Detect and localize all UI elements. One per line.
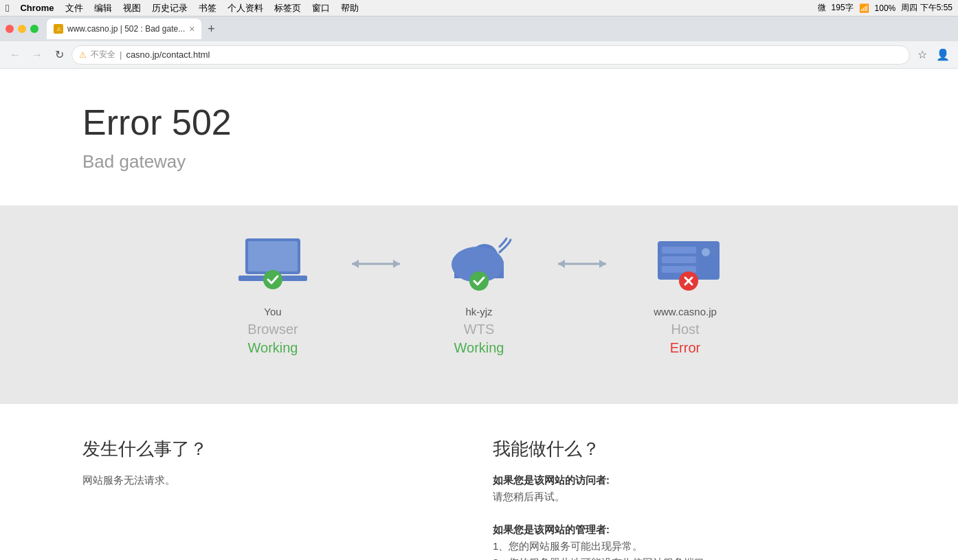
menubar:  Chrome 文件 编辑 视图 历史记录 书签 个人资料 标签页 窗口 帮助…: [0, 0, 958, 16]
toolbar-right: ☆ 👤: [913, 45, 953, 65]
app-name[interactable]: Chrome: [20, 3, 54, 13]
apple-menu[interactable]: : [5, 2, 9, 14]
menu-view[interactable]: 视图: [123, 2, 141, 14]
clock: 周四 下午5:55: [901, 2, 953, 14]
notch-arrow: [458, 390, 500, 404]
arrow-2: [548, 233, 616, 274]
profile-button[interactable]: 👤: [933, 45, 953, 65]
minimize-window-button[interactable]: [18, 25, 26, 33]
what-happened-title: 发生什么事了？: [82, 437, 465, 461]
host-node-name: www.casno.jp: [654, 306, 717, 317]
browser-node-status: Working: [248, 340, 298, 356]
admin-item-2: 2、您的服务器此地可能没有收信网站服务端口: [493, 557, 704, 560]
menubar-right: 微 195字 📶 100% 周四 下午5:55: [818, 2, 953, 14]
host-node: www.casno.jp Host Error: [616, 233, 754, 356]
notch-container: [0, 390, 958, 404]
refresh-button[interactable]: ↻: [49, 45, 69, 65]
menu-profile[interactable]: 个人资料: [227, 2, 263, 14]
browser-check-badge: [263, 270, 282, 292]
security-icon: ⚠: [79, 50, 87, 60]
host-error-badge: [679, 271, 698, 293]
error-message: Bad gateway: [82, 151, 958, 172]
admin-item-1: 1、您的网站服务可能出现异常。: [493, 540, 643, 552]
svg-rect-3: [248, 241, 298, 271]
svg-point-14: [469, 271, 489, 291]
svg-rect-20: [662, 256, 696, 263]
tab-title: www.casno.jp | 502 : Bad gate...: [67, 24, 185, 34]
traffic-lights: [5, 25, 38, 33]
error-header: Error 502 Bad gateway: [0, 69, 958, 205]
visitor-heading: 如果您是该网站的访问者:: [493, 474, 610, 486]
info-section: 发生什么事了？ 网站服务无法请求。 我能做什么？ 如果您是该网站的访问者: 请您…: [0, 404, 958, 560]
browser-node-type: Browser: [247, 322, 298, 337]
forward-button[interactable]: →: [27, 45, 47, 65]
svg-marker-16: [558, 260, 565, 268]
browser-tab[interactable]: ⚠ www.casno.jp | 502 : Bad gate... ×: [47, 19, 201, 39]
address-bar[interactable]: ⚠ 不安全 | casno.jp/contact.html: [71, 45, 910, 65]
error-code: Error 502: [82, 102, 958, 143]
menu-help[interactable]: 帮助: [341, 2, 359, 14]
wts-node: hk-yjz WTS Working: [410, 233, 548, 356]
new-tab-button[interactable]: +: [201, 19, 221, 38]
toolbar: ← → ↻ ⚠ 不安全 | casno.jp/contact.html ☆ 👤: [0, 41, 958, 69]
what-to-do-title: 我能做什么？: [493, 437, 876, 461]
browser-icon: [238, 233, 307, 295]
wifi-icon: 📶: [859, 3, 869, 13]
svg-marker-6: [352, 260, 359, 268]
wts-node-status: Working: [454, 340, 504, 356]
tab-close-button[interactable]: ×: [189, 24, 194, 34]
wts-node-name: hk-yjz: [465, 306, 492, 317]
arrow-1: [342, 233, 410, 274]
svg-marker-17: [599, 260, 606, 268]
browser-node-name: You: [264, 306, 281, 317]
wts-check-badge: [469, 271, 489, 293]
svg-point-23: [710, 249, 715, 255]
favicon: ⚠: [54, 24, 63, 34]
svg-marker-7: [393, 260, 400, 268]
visitor-info: 如果您是该网站的访问者: 请您稍后再试。 如果您是该网站的管理者: 1、您的网站…: [493, 472, 876, 560]
back-button[interactable]: ←: [5, 45, 25, 65]
menu-bookmarks[interactable]: 书签: [199, 2, 216, 14]
menu-history[interactable]: 历史记录: [152, 2, 188, 14]
fullscreen-window-button[interactable]: [30, 25, 38, 33]
battery: 100%: [875, 3, 896, 13]
svg-rect-19: [662, 247, 696, 254]
host-node-status: Error: [670, 340, 700, 356]
menu-window[interactable]: 窗口: [312, 2, 330, 14]
wts-icon: [445, 233, 513, 295]
svg-point-22: [702, 248, 710, 256]
tab-bar: ⚠ www.casno.jp | 502 : Bad gate... × +: [47, 19, 953, 39]
status-diagram: You Browser Working: [0, 205, 958, 390]
url-separator: |: [120, 49, 122, 60]
close-window-button[interactable]: [5, 25, 14, 33]
insecure-label: 不安全: [91, 49, 115, 60]
wts-node-type: WTS: [464, 322, 494, 337]
what-to-do-col: 我能做什么？ 如果您是该网站的访问者: 请您稍后再试。 如果您是该网站的管理者:…: [493, 437, 876, 560]
url-text: casno.jp/contact.html: [126, 49, 210, 60]
bookmark-button[interactable]: ☆: [913, 45, 932, 65]
what-happened-col: 发生什么事了？ 网站服务无法请求。: [82, 437, 465, 560]
browser-node: You Browser Working: [204, 233, 342, 356]
host-node-type: Host: [671, 322, 699, 337]
wechat-icon: 微: [818, 2, 826, 14]
char-count: 195字: [832, 2, 854, 14]
menu-file[interactable]: 文件: [65, 2, 83, 14]
visitor-text: 请您稍后再试。: [493, 491, 565, 502]
svg-point-4: [263, 270, 282, 289]
host-icon: [651, 233, 720, 295]
chrome-title-bar: ⚠ www.casno.jp | 502 : Bad gate... × +: [0, 16, 958, 41]
admin-heading: 如果您是该网站的管理者:: [493, 524, 610, 535]
menu-edit[interactable]: 编辑: [94, 2, 112, 14]
menu-tabs[interactable]: 标签页: [274, 2, 301, 14]
what-happened-text: 网站服务无法请求。: [82, 472, 465, 489]
